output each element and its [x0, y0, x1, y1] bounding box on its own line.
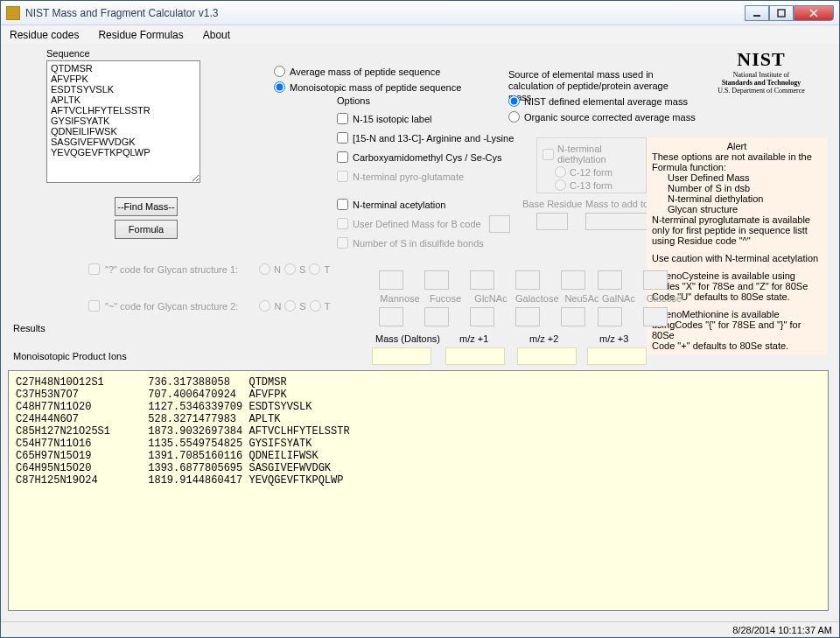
glycan-row-1: "?" code for Glycan structure 1: N S T	[88, 263, 330, 275]
radio-g2-s	[284, 300, 296, 312]
box-glucose-2	[643, 307, 668, 326]
mz2-box[interactable]	[517, 347, 577, 365]
radio-g2-n	[259, 300, 270, 312]
user-b-value	[489, 215, 510, 233]
check-glycan2	[88, 300, 100, 312]
box-galactose-1	[515, 270, 540, 290]
check-pyro: N-terminal pyro-glutamate	[337, 171, 464, 182]
box-galnac-2	[598, 307, 622, 326]
base-residue-input	[536, 213, 568, 230]
results-label: Results	[13, 323, 46, 333]
radio-average-mass[interactable]: Average mass of peptide sequence	[274, 66, 440, 77]
minimize-button[interactable]	[745, 5, 769, 21]
box-glcnac-2	[470, 307, 494, 326]
box-galactose-2	[515, 307, 540, 326]
maximize-button[interactable]	[769, 5, 794, 21]
results-output[interactable]: C27H48N10O12S1 736.317388058 QTDMSR C37H…	[8, 370, 829, 611]
titlebar[interactable]: NIST Mass and Fragment Calculator v1.3	[1, 1, 839, 25]
mass-to-add-input	[585, 213, 655, 230]
radio-organic-source[interactable]: Organic source corrected average mass	[508, 111, 696, 123]
check-user-b: User Defined Mass for B code	[337, 218, 481, 229]
box-mannose-1	[379, 270, 403, 290]
box-glcnac-1	[470, 270, 494, 290]
menubar: Residue codes Residue Formulas About	[1, 25, 839, 45]
sugar-grid-left: MannoseFucoseGlcNAcGalactoseNeu5Ac	[379, 270, 603, 326]
radio-g1-t	[309, 263, 320, 275]
base-residue-label: Base Residue	[522, 199, 583, 209]
mz3-box[interactable]	[587, 347, 647, 365]
mass-daltons-box[interactable]	[372, 347, 431, 365]
box-neu5ac-1	[561, 270, 585, 290]
check-glycan1	[88, 263, 100, 275]
close-button[interactable]	[794, 5, 834, 21]
radio-monoisotopic-mass[interactable]: Monoisotopic mass of peptide sequence	[274, 81, 461, 93]
radio-g1-n	[259, 263, 270, 275]
box-fucose-2	[424, 307, 449, 326]
status-datetime: 8/28/2014 10:11:37 AM	[732, 625, 832, 635]
radio-g2-t	[310, 300, 321, 312]
box-galnac-1	[598, 270, 622, 290]
radio-g1-s	[284, 263, 296, 275]
box-glucose-1	[643, 270, 668, 290]
sugar-grid-right: GalNAcGlucose	[598, 270, 685, 326]
window-title: NIST Mass and Fragment Calculator v1.3	[25, 7, 745, 19]
check-n15[interactable]: N-15 isotopic label	[337, 113, 432, 124]
radio-nist-source[interactable]: NIST defined elemental average mass	[508, 95, 688, 107]
menu-about[interactable]: About	[203, 29, 230, 41]
mz1-box[interactable]	[445, 347, 505, 365]
menu-residue-formulas[interactable]: Residue Formulas	[98, 29, 183, 41]
menu-residue-codes[interactable]: Residue codes	[10, 29, 79, 41]
box-mannose-2	[379, 307, 403, 326]
options-header: Options	[337, 95, 370, 106]
glycan-row-2: "~" code for Glycan structure 2: N S T	[88, 300, 330, 312]
mono-ions-label: Monoisotopic Product Ions	[13, 351, 127, 361]
formula-button[interactable]: Formula	[115, 220, 178, 239]
check-carbox[interactable]: Carboxyamidomethyl Cys / Se-Cys	[337, 151, 502, 163]
statusbar: 8/28/2014 10:11:37 AM	[1, 621, 839, 637]
mz2-header: m/z +2	[529, 333, 558, 344]
mass-daltons-header: Mass (Daltons)	[375, 333, 440, 344]
check-acetylation[interactable]: N-terminal acetylation	[337, 199, 445, 210]
check-n15c13[interactable]: [15-N and 13-C]- Arginine and -Lysine	[337, 132, 514, 144]
mz3-header: m/z +3	[599, 333, 628, 344]
radio-c13	[555, 179, 566, 191]
nterm-diethyl-group: N-terminal diethylation C-12 form C-13 f…	[536, 137, 647, 193]
app-icon	[6, 6, 20, 20]
client-area: Sequence QTDMSR AFVFPK ESDTSYVSLK APLTK …	[1, 45, 839, 621]
sequence-label: Sequence	[46, 48, 90, 59]
check-disulfide: Number of S in disulfide bonds	[337, 237, 484, 249]
box-fucose-1	[424, 270, 449, 290]
find-mass-button[interactable]: --Find Mass--	[115, 197, 178, 216]
box-neu5ac-2	[561, 307, 585, 326]
mz1-header: m/z +1	[459, 333, 488, 344]
radio-c12	[555, 166, 566, 178]
sequence-input[interactable]: QTDMSR AFVFPK ESDTSYVSLK APLTK AFTVCLHFY…	[46, 60, 200, 183]
nist-logo: NIST National Institute of Standards and…	[696, 48, 827, 95]
svg-rect-1	[778, 10, 785, 17]
app-window: NIST Mass and Fragment Calculator v1.3 R…	[0, 0, 840, 638]
check-nterm-diethyl	[542, 149, 554, 160]
